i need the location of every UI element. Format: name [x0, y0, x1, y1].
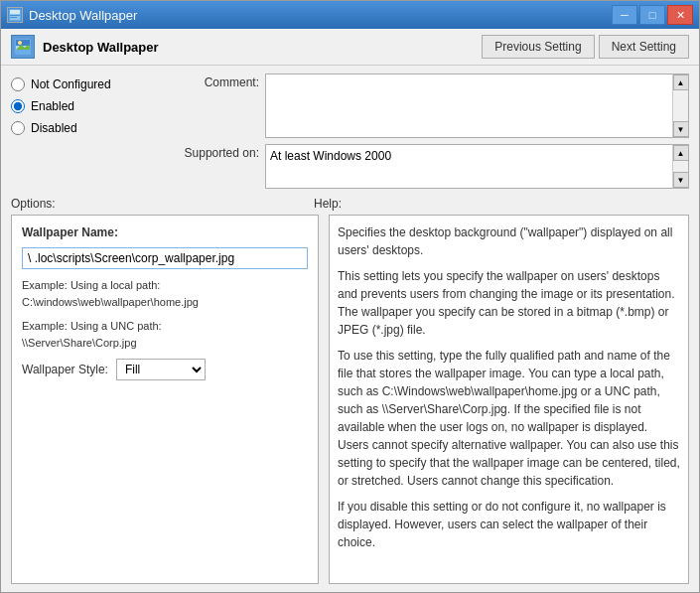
content-area: Not Configured Enabled Disabled Comment:	[1, 66, 699, 592]
help-section-label: Help:	[314, 197, 342, 211]
maximize-button[interactable]: □	[639, 5, 665, 25]
help-para-3: To use this setting, type the fully qual…	[338, 347, 680, 490]
wallpaper-name-input[interactable]	[22, 247, 308, 269]
example1-value: C:\windows\web\wallpaper\home.jpg	[22, 294, 308, 311]
svg-rect-2	[10, 15, 20, 16]
minimize-button[interactable]: ─	[612, 5, 637, 25]
comment-scrollbar: ▲ ▼	[672, 74, 688, 137]
radio-not-configured[interactable]: Not Configured	[11, 77, 150, 91]
help-para-4: If you disable this setting or do not co…	[338, 498, 680, 551]
bottom-section: Wallpaper Name: Example: Using a local p…	[11, 215, 689, 584]
supported-scrollbar: ▲ ▼	[672, 145, 688, 188]
next-setting-button[interactable]: Next Setting	[599, 35, 689, 59]
help-para-1: Specifies the desktop background ("wallp…	[338, 223, 680, 259]
supported-row: Supported on: At least Windows 2000 ▲ ▼	[160, 144, 689, 189]
options-panel: Wallpaper Name: Example: Using a local p…	[11, 215, 319, 584]
wallpaper-name-label: Wallpaper Name:	[22, 225, 308, 239]
window-header: Desktop Wallpaper Previous Setting Next …	[1, 29, 699, 66]
supported-label: Supported on:	[160, 144, 259, 160]
divider-row: Options: Help:	[11, 197, 689, 211]
title-bar-left: Desktop Wallpaper	[7, 7, 137, 23]
example2-label: Example: Using a UNC path:	[22, 318, 308, 335]
style-label: Wallpaper Style:	[22, 363, 108, 376]
top-section: Not Configured Enabled Disabled Comment:	[11, 74, 689, 189]
radio-disabled-label: Disabled	[31, 121, 77, 135]
window-title: Desktop Wallpaper	[29, 8, 137, 23]
radio-enabled-input[interactable]	[11, 99, 25, 113]
comment-row: Comment: ▲ ▼	[160, 74, 689, 138]
supported-value: At least Windows 2000	[266, 145, 672, 188]
window-icon	[7, 7, 23, 23]
svg-rect-1	[10, 10, 20, 14]
svg-rect-3	[10, 17, 17, 18]
radio-disabled[interactable]: Disabled	[11, 121, 150, 135]
svg-point-7	[18, 41, 22, 45]
supported-scroll-up[interactable]: ▲	[673, 145, 689, 161]
header-left: Desktop Wallpaper	[11, 35, 159, 59]
radio-not-configured-input[interactable]	[11, 77, 25, 91]
title-controls: ─ □ ✕	[612, 5, 693, 25]
help-para-2: This setting lets you specify the wallpa…	[338, 267, 680, 339]
comment-textarea[interactable]	[266, 74, 672, 137]
title-bar: Desktop Wallpaper ─ □ ✕	[1, 1, 699, 29]
header-buttons: Previous Setting Next Setting	[482, 35, 689, 59]
radio-enabled[interactable]: Enabled	[11, 99, 150, 113]
help-panel: Specifies the desktop background ("wallp…	[329, 215, 689, 584]
example2-value: \\Server\Share\Corp.jpg	[22, 335, 308, 352]
style-select[interactable]: Fill Stretch Tile Center Fit Span	[116, 359, 206, 380]
options-section-label: Options:	[11, 197, 56, 211]
comment-label: Comment:	[160, 74, 259, 89]
radio-disabled-input[interactable]	[11, 121, 25, 135]
example2-block: Example: Using a UNC path: \\Server\Shar…	[22, 318, 308, 351]
prev-setting-button[interactable]: Previous Setting	[482, 35, 594, 59]
radio-group: Not Configured Enabled Disabled	[11, 74, 150, 189]
header-icon	[11, 35, 35, 59]
supported-scroll-down[interactable]: ▼	[673, 172, 689, 188]
scroll-down-arrow[interactable]: ▼	[673, 121, 689, 137]
example1-label: Example: Using a local path:	[22, 277, 308, 294]
main-window: Desktop Wallpaper ─ □ ✕ Desktop Wallpape…	[0, 0, 700, 593]
radio-enabled-label: Enabled	[31, 99, 74, 113]
scroll-up-arrow[interactable]: ▲	[673, 74, 689, 90]
style-row: Wallpaper Style: Fill Stretch Tile Cente…	[22, 359, 308, 380]
form-section: Comment: ▲ ▼ Supported on: At least Wind…	[160, 74, 689, 189]
header-title: Desktop Wallpaper	[43, 40, 159, 55]
radio-not-configured-label: Not Configured	[31, 77, 111, 91]
close-button[interactable]: ✕	[667, 5, 693, 25]
example1-block: Example: Using a local path: C:\windows\…	[22, 277, 308, 310]
